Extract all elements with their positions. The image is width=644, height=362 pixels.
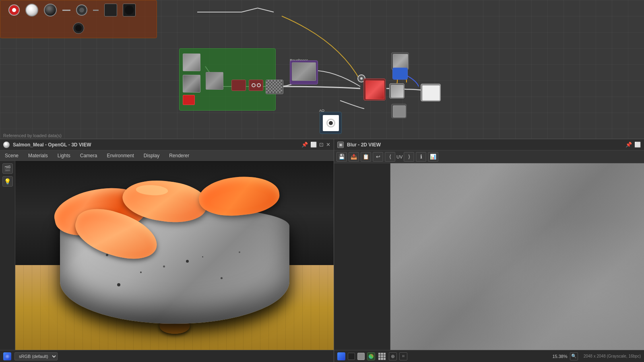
panel-3d-header: Salmon_Meal - OpenGL - 3D VIEW 📌 ⬜ ⊡ ✕ <box>0 139 334 150</box>
node-img-dark-2[interactable] <box>123 4 136 16</box>
node-ao[interactable] <box>320 112 342 134</box>
blur-image <box>390 163 644 350</box>
menu-display[interactable]: Display <box>142 152 161 159</box>
node-red-1[interactable] <box>231 80 246 91</box>
menu-materials[interactable]: Materials <box>27 152 50 159</box>
light-tool-btn[interactable]: 💡 <box>2 176 13 187</box>
node-blue[interactable] <box>392 68 408 80</box>
panel-2d-title: Blur - 2D VIEW <box>347 142 381 148</box>
menu-renderer[interactable]: Renderer <box>167 152 191 159</box>
color-picker-btn[interactable] <box>367 352 375 360</box>
uv-controls: ⟨ UV ⟩ <box>385 152 414 162</box>
pin-button-2d[interactable]: 📌 <box>625 142 632 148</box>
panel-2d-header-actions: 📌 ⬜ <box>625 142 641 148</box>
node-tex-2[interactable] <box>183 75 200 93</box>
node-black-sphere[interactable] <box>44 4 57 16</box>
colorspace-select[interactable]: sRGB (default) <box>14 352 58 360</box>
panel-2d-header: ▣ Blur - 2D VIEW 📌 ⬜ <box>334 139 644 150</box>
node-tex-3[interactable] <box>183 95 195 105</box>
grid-icon[interactable] <box>378 352 386 361</box>
windowed-button[interactable]: ⊡ <box>319 142 324 148</box>
panel-header-actions: 📌 ⬜ ⊡ ✕ <box>301 142 330 148</box>
uv-right-btn[interactable]: ⟩ <box>404 152 414 162</box>
panel-2d: ▣ Blur - 2D VIEW 📌 ⬜ 💾 📤 📋 ↩ ⟨ UV ⟩ ℹ 📊 <box>334 139 644 362</box>
gray-swatch[interactable] <box>357 353 365 360</box>
uv-label: UV <box>396 154 402 159</box>
2d-panel-icon: ▣ <box>337 142 344 148</box>
toolbar-2d: 💾 📤 📋 ↩ ⟨ UV ⟩ ℹ 📊 <box>334 150 644 163</box>
histogram-btn[interactable]: 📊 <box>428 152 438 162</box>
side-toolbar-3d: 🎬 💡 <box>0 161 15 350</box>
node-roughness[interactable] <box>290 60 318 84</box>
menu-environment[interactable]: Environment <box>105 152 135 159</box>
zoom-btn[interactable]: 🔍 <box>570 352 578 360</box>
refresh-btn[interactable]: ↩ <box>373 152 383 162</box>
node-bottom-gray[interactable] <box>391 104 407 118</box>
3d-panel-icon <box>3 142 10 148</box>
node-red-circle[interactable] <box>8 4 20 16</box>
referenced-text: Referenced by loaded data(s) <box>3 133 62 138</box>
snap-icon[interactable]: ⌗ <box>399 352 407 360</box>
image-info: 2048 x 2048 (Grayscale, 16bpc) <box>584 354 641 358</box>
node-material-main[interactable] <box>363 78 386 101</box>
node-white-sphere[interactable] <box>25 4 38 16</box>
node-output-gray[interactable] <box>389 83 405 99</box>
menu-scene[interactable]: Scene <box>3 152 20 159</box>
node-tex-1[interactable] <box>183 53 200 71</box>
camera-tool-btn[interactable]: 🎬 <box>2 163 13 174</box>
info-btn[interactable]: ℹ <box>416 152 426 162</box>
sidebar-2d <box>334 163 390 350</box>
pin-button[interactable]: 📌 <box>301 142 308 148</box>
colormode-icon[interactable] <box>337 352 345 360</box>
black-swatch[interactable] <box>348 353 355 360</box>
node-mid-1[interactable] <box>206 72 223 90</box>
export-btn[interactable]: 📤 <box>349 152 359 162</box>
uv-left-btn[interactable]: ⟨ <box>385 152 395 162</box>
node-checker[interactable] <box>266 80 283 94</box>
salmon-pieces <box>62 177 287 257</box>
node-output-white[interactable] <box>421 84 441 101</box>
node-red-2[interactable] <box>249 80 263 91</box>
image-2d-viewport[interactable] <box>390 163 644 350</box>
menu-bar-3d: Scene Materials Lights Camera Environmen… <box>0 150 334 161</box>
node-small-bottom[interactable] <box>73 23 84 34</box>
bottom-icon[interactable] <box>3 352 11 360</box>
menu-lights[interactable]: Lights <box>56 152 72 159</box>
maximize-button[interactable]: ⬜ <box>310 142 317 148</box>
node-group-brown <box>0 0 157 38</box>
maximize-button-2d[interactable]: ⬜ <box>634 142 641 148</box>
viewport-3d[interactable] <box>15 161 334 350</box>
panel-3d-title: Salmon_Meal - OpenGL - 3D VIEW <box>13 142 91 148</box>
salmon-bowl-render <box>15 161 334 350</box>
bottom-bar-3d: sRGB (default) <box>0 350 334 362</box>
bottom-bar-2d: ⊕ ⌗ 15.38% 🔍 2048 x 2048 (Grayscale, 16b… <box>334 350 644 362</box>
node-editor: Height Roughness <box>0 0 644 139</box>
menu-camera[interactable]: Camera <box>78 152 99 159</box>
salmon-3 <box>197 173 281 219</box>
adjust-icon[interactable]: ⊕ <box>389 352 397 360</box>
panel-3d: Salmon_Meal - OpenGL - 3D VIEW 📌 ⬜ ⊡ ✕ S… <box>0 139 334 362</box>
node-circle-black[interactable] <box>76 4 87 16</box>
node-img-dark-1[interactable] <box>104 4 117 16</box>
zoom-percentage: 15.38% <box>552 354 567 359</box>
close-button-3d[interactable]: ✕ <box>326 142 330 148</box>
save-render-btn[interactable]: 💾 <box>336 152 347 162</box>
copy-btn[interactable]: 📋 <box>361 152 371 162</box>
